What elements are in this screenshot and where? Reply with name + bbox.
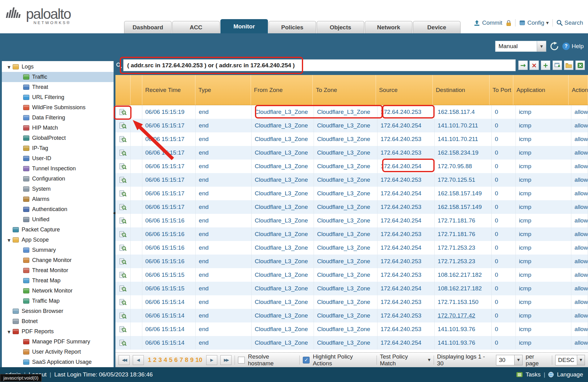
column-header-type[interactable]: Type [195,75,251,105]
cell-to-zone[interactable]: Cloudflare_L3_Zone [314,132,377,146]
cell-from-zone[interactable]: Cloudflare_L3_Zone [252,173,314,187]
log-detail-icon[interactable] [115,146,131,160]
cell-receive-time[interactable]: 06/06 15:15:16 [142,227,196,241]
cell-destination[interactable]: 172.71.181.76 [435,214,492,227]
cell-from-zone[interactable]: Cloudflare_L3_Zone [252,241,314,255]
cell-receive-time[interactable]: 06/06 15:15:14 [142,295,196,309]
language-button[interactable]: Language [557,371,583,378]
config-menu-button[interactable]: Config ▼ [519,19,548,26]
cell-action[interactable]: allow [571,146,588,160]
cell-to-zone[interactable]: Cloudflare_L3_Zone [314,160,377,173]
cell-receive-time[interactable]: 06/06 15:15:17 [142,160,196,173]
cell-to-port[interactable]: 0 [492,268,516,282]
cell-source[interactable]: 172.64.240.254 [377,187,435,200]
cell-to-port[interactable]: 0 [492,146,516,160]
tab-device[interactable]: Device [413,21,461,33]
cell-from-zone[interactable]: Cloudflare_L3_Zone [252,132,314,146]
cell-application[interactable]: icmp [516,268,571,282]
cell-type[interactable]: end [196,322,252,336]
log-detail-icon[interactable] [115,105,131,119]
cell-receive-time[interactable]: 06/06 15:15:16 [142,241,196,255]
page-number[interactable]: 7 [180,356,183,363]
select-dropdown-button[interactable]: ▼ [537,41,546,52]
cell-type[interactable]: end [196,255,252,268]
cell-application[interactable]: icmp [516,187,571,200]
tab-network[interactable]: Network [365,21,412,33]
cell-to-port[interactable]: 0 [492,322,516,336]
cell-destination[interactable]: 108.162.217.182 [435,282,492,295]
sidebar-item-saas-application-usage[interactable]: SaaS Application Usage [2,357,114,367]
log-detail-icon[interactable] [115,200,131,214]
cell-application[interactable]: icmp [516,105,571,119]
cell-receive-time[interactable]: 06/06 15:15:17 [142,132,196,146]
column-header-destination[interactable]: Destination [433,75,490,105]
cell-destination[interactable]: 141.101.93.76 [435,336,492,350]
cell-destination[interactable]: 162.158.234.19 [435,146,492,160]
sidebar-item-ip-tag[interactable]: IP-Tag [2,143,114,153]
cell-to-port[interactable]: 0 [492,173,516,187]
cell-type[interactable]: end [196,241,252,255]
cell-receive-time[interactable]: 06/06 15:15:19 [142,105,196,119]
previous-page-button[interactable]: ◀ [133,355,144,365]
log-detail-icon[interactable] [115,336,131,350]
log-detail-icon[interactable] [115,268,131,282]
commit-button[interactable]: Commit [473,19,502,26]
sidebar-item-change-monitor[interactable]: Change Monitor [2,255,114,265]
cell-destination[interactable]: 172.70.95.88 [435,160,492,173]
cell-to-port[interactable]: 0 [492,119,516,132]
cell-destination[interactable]: 172.71.181.76 [435,227,492,241]
sidebar-item-threat-monitor[interactable]: Threat Monitor [2,265,114,276]
cell-to-port[interactable]: 0 [492,255,516,268]
tab-policies[interactable]: Policies [269,21,316,33]
sidebar-item-logs[interactable]: Logs [2,62,114,72]
log-detail-icon[interactable] [115,173,131,187]
sidebar-item-system[interactable]: System [2,184,114,194]
log-detail-icon[interactable] [115,119,131,132]
cell-source[interactable]: 172.64.240.253 [377,295,435,309]
cell-to-zone[interactable]: Cloudflare_L3_Zone [314,295,377,309]
cell-destination[interactable]: 108.162.217.182 [435,268,492,282]
page-number[interactable]: 2 [153,356,156,363]
cell-to-zone[interactable]: Cloudflare_L3_Zone [314,268,377,282]
cell-action[interactable]: allow [571,227,588,241]
cell-action[interactable]: allow [571,309,588,322]
page-number[interactable]: 10 [195,356,202,363]
sidebar-item-user-activity-report[interactable]: User Activity Report [2,347,114,357]
sidebar-item-globalprotect[interactable]: GlobalProtect [2,133,114,143]
cell-source[interactable]: 172.64.240.253 [377,322,435,336]
clear-filter-button[interactable]: × [529,60,539,70]
cell-type[interactable]: end [196,282,252,295]
cell-action[interactable]: allow [571,105,588,119]
tab-acc[interactable]: ACC [172,21,220,33]
cell-type[interactable]: end [196,160,252,173]
cell-receive-time[interactable]: 06/06 15:15:14 [142,336,196,350]
cell-receive-time[interactable]: 06/06 15:15:17 [142,119,196,132]
cell-to-zone[interactable]: Cloudflare_L3_Zone [314,187,377,200]
cell-to-port[interactable]: 0 [492,105,516,119]
page-number[interactable]: 9 [190,356,194,363]
cell-to-port[interactable]: 0 [492,160,516,173]
log-detail-icon[interactable] [115,132,131,146]
cell-application[interactable]: icmp [516,241,571,255]
page-number[interactable]: 8 [185,356,188,363]
tab-monitor[interactable]: Monitor [220,19,268,33]
add-filter-button[interactable]: + [541,60,550,70]
cell-source[interactable]: 172.64.240.253 [377,200,435,214]
cell-action[interactable]: allow [571,322,588,336]
tab-dashboard[interactable]: Dashboard [124,21,172,33]
cell-action[interactable]: allow [571,295,588,309]
cell-application[interactable]: icmp [516,146,571,160]
cell-source[interactable]: 172.64.240.253 [377,132,435,146]
cell-source[interactable]: 172.64.240.254 [377,214,435,227]
cell-to-port[interactable]: 0 [492,295,516,309]
cell-to-zone[interactable]: Cloudflare_L3_Zone [314,282,377,295]
sidebar-item-summary[interactable]: Summary [2,245,114,255]
cell-source[interactable]: 172.64.240.254 [377,282,435,295]
log-detail-icon[interactable] [115,160,131,173]
next-page-button[interactable]: ▶ [206,355,217,365]
cell-application[interactable]: icmp [516,173,571,187]
cell-destination[interactable]: 172.71.253.23 [435,241,492,255]
sidebar-item-hip-match[interactable]: HIP Match [2,123,114,133]
cell-to-port[interactable]: 0 [492,200,516,214]
cell-from-zone[interactable]: Cloudflare_L3_Zone [252,105,314,119]
